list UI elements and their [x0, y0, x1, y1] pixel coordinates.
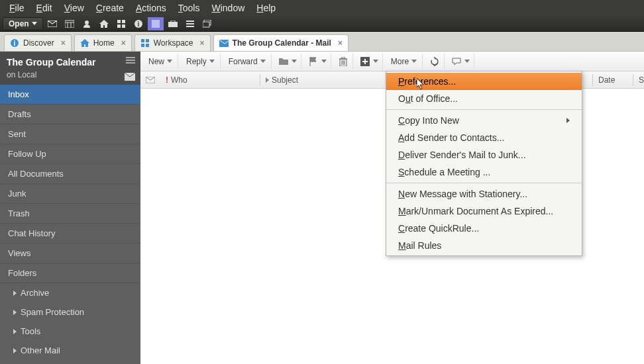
sidebar-item-junk[interactable]: Junk — [0, 184, 140, 204]
sidebar-item-follow-up[interactable]: Follow Up — [0, 144, 140, 164]
svg-rect-18 — [203, 22, 209, 27]
main-toolbar: Open i — [0, 16, 644, 32]
new-button[interactable]: New — [143, 54, 178, 69]
list-icon[interactable] — [182, 17, 198, 30]
chevron-down-icon — [464, 60, 470, 63]
col-icon[interactable] — [140, 77, 160, 83]
folder-icon — [278, 56, 289, 67]
svg-rect-8 — [122, 24, 125, 28]
sidebar-folder-tools[interactable]: Tools — [0, 322, 140, 341]
mark-button[interactable] — [356, 54, 383, 69]
view-icon[interactable] — [148, 17, 164, 30]
mail-icon — [219, 38, 229, 48]
sidebar-folder-archive[interactable]: Archive — [0, 283, 140, 302]
menu-file[interactable]: File — [4, 1, 30, 15]
action-bar: New Reply Forward More — [140, 52, 644, 71]
tab-the-group-calendar-mail[interactable]: The Group Calendar - Mail× — [213, 34, 349, 51]
menu-help[interactable]: Help — [251, 1, 281, 15]
trash-icon — [338, 56, 349, 67]
calendar-icon[interactable] — [62, 17, 78, 30]
sidebar-item-all-documents[interactable]: All Documents — [0, 164, 140, 184]
svg-rect-28 — [126, 62, 135, 64]
hamburger-icon[interactable] — [126, 57, 135, 64]
sidebar: The Group Calendar on Local InboxDraftsS… — [0, 52, 140, 364]
col-size[interactable]: S — [633, 75, 644, 85]
priority-icon: ! — [166, 75, 168, 85]
sidebar-item-folders[interactable]: Folders — [0, 263, 140, 283]
mail-compose-icon[interactable] — [125, 73, 135, 81]
menu-item-create-quickrule[interactable]: Create QuickRule... — [386, 220, 582, 237]
sidebar-item-chat-history[interactable]: Chat History — [0, 224, 140, 244]
menu-item-mark-unmark-document-as-expired[interactable]: Mark/Unmark Document As Expired... — [386, 203, 582, 220]
chevron-down-icon — [373, 60, 378, 63]
chevron-right-icon — [13, 291, 17, 296]
sidebar-items: InboxDraftsSentFollow UpAll DocumentsJun… — [0, 85, 140, 283]
menu-item-mail-rules[interactable]: Mail Rules — [386, 237, 582, 254]
svg-rect-21 — [141, 39, 144, 42]
menubar: FileEditViewCreateActionsToolsWindowHelp — [0, 0, 644, 16]
menu-tools[interactable]: Tools — [173, 1, 205, 15]
col-date[interactable]: Date — [593, 75, 633, 85]
close-icon[interactable]: × — [338, 38, 343, 48]
chat-icon — [451, 56, 462, 67]
sidebar-folder-spam-protection[interactable]: Spam Protection — [0, 302, 140, 322]
chat-button[interactable] — [447, 54, 474, 69]
chevron-right-icon — [13, 348, 17, 353]
svg-rect-16 — [186, 26, 194, 27]
svg-rect-6 — [122, 20, 125, 23]
tab-bar: iDiscover×Home×Workspace×The Group Calen… — [0, 32, 644, 52]
menu-window[interactable]: Window — [206, 1, 250, 15]
tab-home[interactable]: Home× — [74, 34, 132, 51]
sidebar-title: The Group Calendar — [7, 57, 134, 68]
sidebar-folder-other-mail[interactable]: Other Mail — [0, 341, 140, 360]
open-button[interactable]: Open — [3, 17, 43, 30]
plus-icon — [360, 56, 370, 67]
tab-workspace[interactable]: Workspace× — [134, 34, 211, 51]
reply-button[interactable]: Reply — [181, 54, 221, 69]
menu-create[interactable]: Create — [91, 1, 129, 15]
sidebar-item-trash[interactable]: Trash — [0, 204, 140, 224]
apps-icon[interactable] — [113, 17, 129, 30]
home-icon — [80, 38, 89, 48]
mail-icon[interactable] — [44, 17, 60, 30]
tab-discover[interactable]: iDiscover× — [4, 34, 72, 51]
menu-item-new-message-with-stationery[interactable]: New Message with Stationery... — [386, 185, 582, 203]
menu-item-deliver-sender-s-mail-to-junk[interactable]: Deliver Sender's Mail to Junk... — [386, 146, 582, 163]
close-icon[interactable]: × — [200, 38, 205, 48]
separator — [386, 183, 582, 183]
close-icon[interactable]: × — [121, 38, 126, 48]
svg-rect-23 — [141, 44, 144, 47]
sidebar-item-inbox[interactable]: Inbox — [0, 85, 140, 105]
forward-button[interactable]: Forward — [223, 54, 272, 69]
flag-button[interactable] — [304, 54, 331, 69]
close-icon[interactable]: × — [61, 38, 66, 48]
menu-item-copy-into-new[interactable]: Copy Into New — [386, 112, 582, 129]
menu-actions[interactable]: Actions — [131, 1, 172, 15]
contacts-icon[interactable] — [79, 17, 95, 30]
windows-icon[interactable] — [199, 17, 215, 30]
separator — [386, 109, 582, 110]
menu-item-out-of-office[interactable]: Out of Office... — [386, 90, 582, 107]
more-button[interactable]: More — [386, 54, 423, 69]
menu-item-add-sender-to-contacts[interactable]: Add Sender to Contacts... — [386, 129, 582, 146]
menu-item-schedule-a-meeting[interactable]: Schedule a Meeting ... — [386, 163, 582, 181]
briefcase-icon[interactable] — [165, 17, 181, 30]
sidebar-item-sent[interactable]: Sent — [0, 124, 140, 144]
svg-rect-7 — [117, 24, 121, 28]
folder-button[interactable] — [274, 54, 301, 69]
menu-view[interactable]: View — [59, 1, 89, 15]
refresh-icon — [429, 56, 440, 67]
sidebar-item-drafts[interactable]: Drafts — [0, 105, 140, 124]
svg-text:i: i — [137, 21, 139, 28]
svg-rect-5 — [117, 20, 121, 23]
info-icon[interactable]: i — [131, 17, 146, 30]
sidebar-folders: ArchiveSpam ProtectionToolsOther Mail — [0, 283, 140, 360]
menu-edit[interactable]: Edit — [31, 1, 58, 15]
col-who[interactable]: !Who — [160, 75, 260, 85]
refresh-button[interactable] — [425, 54, 445, 69]
sidebar-item-views[interactable]: Views — [0, 244, 140, 263]
svg-point-4 — [85, 21, 89, 24]
delete-button[interactable] — [334, 54, 353, 69]
home-icon[interactable] — [96, 17, 112, 30]
menu-item-preferences[interactable]: Preferences... — [386, 73, 582, 90]
